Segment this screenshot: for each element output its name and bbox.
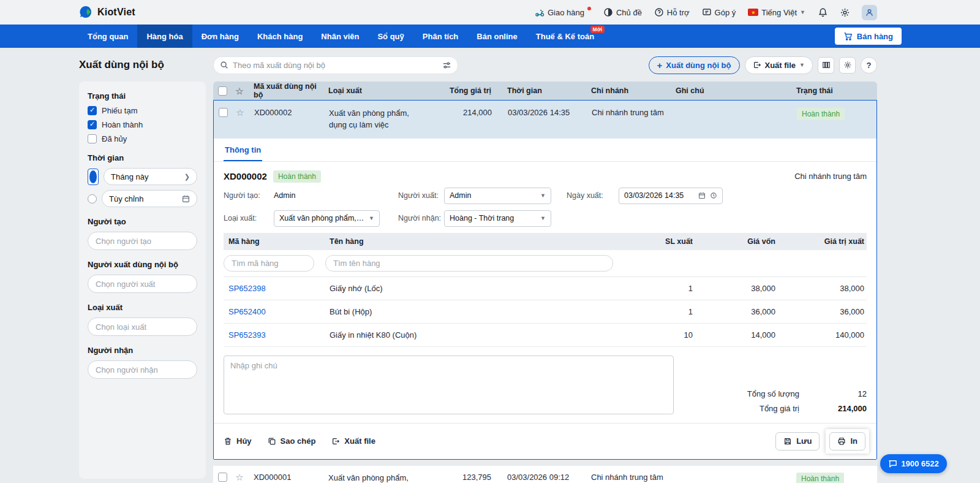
row-total: 123,795 bbox=[442, 473, 501, 482]
copy-button[interactable]: Sao chép bbox=[268, 436, 316, 446]
p-col-value: Giá trị xuất bbox=[778, 237, 867, 246]
table-row[interactable]: ☆ XD000001 Xuất văn phòng phẩm, dụng cụ … bbox=[213, 466, 877, 483]
export-file-button[interactable]: Xuất file ▼ bbox=[745, 56, 813, 74]
exporter-filter-title: Người xuất dùng nội bộ bbox=[88, 260, 197, 269]
export-file-detail-button[interactable]: Xuất file bbox=[331, 436, 375, 446]
settings-button[interactable] bbox=[839, 57, 856, 74]
time-preset-select[interactable]: Tháng này ❯ bbox=[104, 168, 197, 185]
product-code-link[interactable]: SP652393 bbox=[224, 330, 325, 340]
col-status[interactable]: Trạng thái bbox=[790, 86, 864, 95]
help-button[interactable]: ? bbox=[861, 57, 877, 74]
nav-nhan-vien[interactable]: Nhân viên bbox=[312, 25, 368, 48]
filter-sliders-icon[interactable] bbox=[442, 61, 451, 70]
radio-unselected-icon[interactable] bbox=[88, 194, 97, 203]
product-code-link[interactable]: SP652400 bbox=[224, 307, 325, 316]
product-row[interactable]: SP652393 Giấy in nhiệt K80 (Cuộn) 10 14,… bbox=[224, 324, 867, 347]
creator-filter-input[interactable] bbox=[88, 232, 197, 250]
col-time[interactable]: Thời gian bbox=[501, 86, 585, 95]
sell-button[interactable]: Bán hàng bbox=[835, 28, 902, 45]
nav-don-hang[interactable]: Đơn hàng bbox=[192, 25, 248, 48]
tab-thong-tin[interactable]: Thông tin bbox=[224, 139, 262, 161]
exporter-filter-input[interactable] bbox=[88, 275, 197, 293]
export-type-filter-input[interactable] bbox=[88, 318, 197, 336]
row-code[interactable]: XD000001 bbox=[247, 473, 322, 482]
nav-khach-hang[interactable]: Khách hàng bbox=[248, 25, 312, 48]
delivery-link[interactable]: Giao hàng bbox=[535, 7, 591, 17]
time-preset-option[interactable]: Tháng này ❯ bbox=[88, 168, 197, 185]
nav-thue-ke-toan[interactable]: Thuế & Kế toán Mới bbox=[527, 25, 603, 48]
col-note[interactable]: Ghi chú bbox=[669, 86, 790, 95]
row-checkbox[interactable] bbox=[218, 473, 227, 482]
radio-selected-icon[interactable] bbox=[88, 169, 99, 185]
nav-ban-online[interactable]: Bán online bbox=[467, 25, 526, 48]
theme-link[interactable]: Chủ đề bbox=[603, 7, 642, 17]
trash-icon bbox=[224, 437, 232, 446]
product-row[interactable]: SP652400 Bút bi (Hộp) 1 36,000 36,000 bbox=[224, 300, 867, 324]
table-header: ☆ Mã xuất dùng nội bộ Loại xuất Tổng giá… bbox=[213, 82, 877, 100]
support-link[interactable]: Hỗ trợ bbox=[654, 7, 690, 17]
p-col-code: Mã hàng bbox=[224, 237, 325, 246]
language-selector[interactable]: ★ Tiếng Việt ▼ bbox=[748, 8, 805, 17]
row-time: 03/03/2026 09:12 bbox=[501, 473, 585, 482]
search-icon bbox=[220, 61, 228, 69]
product-code-link[interactable]: SP652398 bbox=[224, 284, 325, 293]
export-date-input[interactable]: 03/03/2026 14:35 bbox=[619, 188, 723, 204]
creator-filter-title: Người tạo bbox=[88, 217, 197, 226]
receiver-filter-input[interactable] bbox=[88, 360, 197, 379]
brand-name: KiotViet bbox=[97, 7, 135, 18]
clock-icon[interactable] bbox=[710, 192, 717, 199]
plus-icon: + bbox=[657, 61, 663, 70]
status-option-hoan-thanh[interactable]: Hoàn thành bbox=[88, 120, 197, 129]
note-textarea[interactable] bbox=[224, 356, 674, 414]
col-branch[interactable]: Chi nhánh bbox=[585, 86, 669, 95]
gear-icon[interactable] bbox=[840, 7, 850, 17]
checkbox-checked-icon[interactable] bbox=[88, 120, 97, 129]
save-button[interactable]: Lưu bbox=[775, 432, 820, 451]
detail-panel: Thông tin XD000002 Hoàn thành Chi nhánh … bbox=[214, 139, 876, 459]
product-code-search-input[interactable] bbox=[224, 255, 314, 272]
search-input[interactable] bbox=[233, 61, 438, 70]
export-date-label: Ngày xuất: bbox=[567, 191, 619, 200]
table-row[interactable]: ☆ XD000002 Xuất văn phòng phẩm, dụng cụ … bbox=[214, 101, 876, 139]
add-internal-export-button[interactable]: + Xuất dùng nội bộ bbox=[649, 56, 740, 74]
status-filter-section: Trạng thái Phiếu tạm Hoàn thành Đã hủy bbox=[88, 91, 197, 143]
product-value: 140,000 bbox=[778, 330, 867, 340]
support-hotline-button[interactable]: 1900 6522 bbox=[880, 454, 947, 473]
nav-phan-tich[interactable]: Phân tích bbox=[413, 25, 468, 48]
product-name-search-input[interactable] bbox=[325, 255, 613, 272]
time-custom-select[interactable]: Tùy chỉnh bbox=[102, 190, 197, 207]
col-code[interactable]: Mã xuất dùng nội bộ bbox=[247, 82, 322, 99]
status-option-phieu-tam[interactable]: Phiếu tạm bbox=[88, 106, 197, 115]
star-column-icon: ☆ bbox=[232, 86, 247, 96]
row-code[interactable]: XD000002 bbox=[248, 108, 323, 117]
col-type[interactable]: Loại xuất bbox=[322, 86, 442, 95]
col-total[interactable]: Tổng giá trị bbox=[442, 86, 501, 95]
status-option-da-huy[interactable]: Đã hủy bbox=[88, 134, 197, 143]
select-all-checkbox[interactable] bbox=[218, 86, 227, 96]
chevron-down-icon: ▼ bbox=[800, 9, 805, 15]
export-type-select[interactable]: Xuất văn phòng phẩm, dụng cụ...▼ bbox=[274, 210, 380, 227]
print-button[interactable]: In bbox=[829, 432, 865, 451]
exporter-select[interactable]: Admin▼ bbox=[444, 188, 551, 204]
bell-icon[interactable] bbox=[818, 7, 827, 17]
star-icon[interactable]: ☆ bbox=[232, 473, 247, 482]
cancel-voucher-button[interactable]: Hủy bbox=[224, 436, 252, 446]
checkbox-checked-icon[interactable] bbox=[88, 106, 97, 115]
product-row[interactable]: SP652398 Giấy nhớ (Lốc) 1 38,000 38,000 bbox=[224, 277, 867, 300]
calendar-icon[interactable] bbox=[698, 192, 706, 199]
column-settings-button[interactable] bbox=[818, 57, 834, 74]
nav-tong-quan[interactable]: Tổng quan bbox=[78, 25, 137, 48]
star-icon[interactable]: ☆ bbox=[232, 108, 248, 117]
search-box[interactable] bbox=[213, 56, 458, 74]
user-avatar[interactable] bbox=[862, 5, 877, 20]
export-type-filter-title: Loại xuất bbox=[88, 303, 197, 312]
checkbox-unchecked-icon[interactable] bbox=[88, 134, 97, 143]
nav-so-quy[interactable]: Sổ quỹ bbox=[368, 25, 413, 48]
nav-hang-hoa[interactable]: Hàng hóa bbox=[137, 25, 192, 48]
time-custom-option[interactable]: Tùy chỉnh bbox=[88, 190, 197, 207]
receiver-select[interactable]: Hoàng - Thời trang▼ bbox=[444, 210, 551, 227]
creator-value: Admin bbox=[274, 191, 380, 200]
row-branch: Chi nhánh trung tâm bbox=[585, 473, 669, 482]
row-checkbox[interactable] bbox=[219, 108, 228, 117]
feedback-link[interactable]: Góp ý bbox=[702, 7, 736, 17]
